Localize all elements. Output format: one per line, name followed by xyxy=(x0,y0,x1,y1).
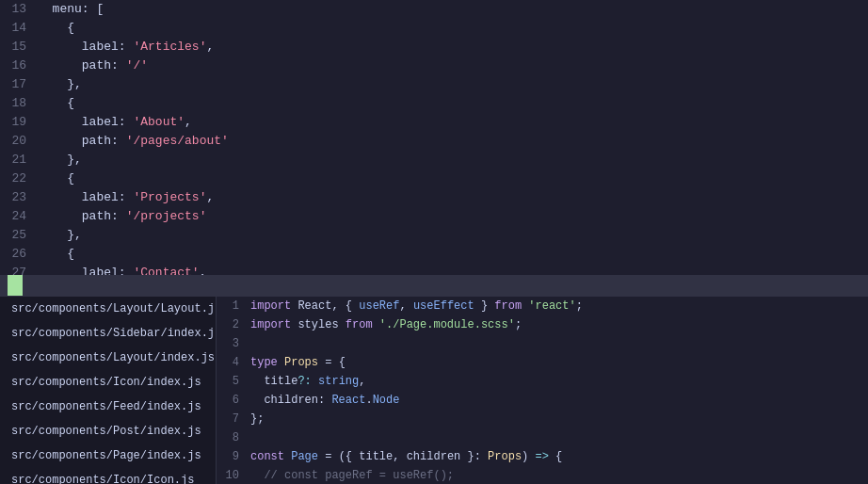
preview-line-number: 4 xyxy=(224,353,250,372)
line-number: 21 xyxy=(8,151,38,169)
preview-content: const Page = ({ title, children }: Props… xyxy=(250,447,562,466)
code-line: 25 }, xyxy=(0,226,868,245)
line-number: 25 xyxy=(8,226,38,245)
preview-line: 1import React, { useRef, useEffect } fro… xyxy=(224,297,860,315)
file-item[interactable]: src/components/Icon/Icon.js xyxy=(0,468,216,484)
preview-line: 8 xyxy=(224,428,860,447)
bottom-panel: src/components/Layout/Layout.jssrc/compo… xyxy=(0,296,868,484)
line-content: path: '/projects' xyxy=(38,207,206,226)
line-content: }, xyxy=(38,226,82,245)
editor-container: 13 menu: [14 {15 label: 'Articles',16 pa… xyxy=(0,0,868,484)
line-content: label: 'Articles', xyxy=(38,38,214,56)
line-content: { xyxy=(38,245,74,264)
code-line: 24 path: '/projects' xyxy=(0,207,868,226)
preview-content: title?: string, xyxy=(250,372,365,391)
code-line: 21 }, xyxy=(0,151,868,169)
code-line: 19 label: 'About', xyxy=(0,113,868,132)
code-line: 20 path: '/pages/about' xyxy=(0,132,868,151)
file-item[interactable]: src/components/Icon/index.js xyxy=(0,370,216,395)
code-line: 13 menu: [ xyxy=(0,0,868,19)
line-number: 27 xyxy=(8,264,38,275)
file-item[interactable]: src/components/Sidebar/index.js xyxy=(0,321,216,346)
preview-line: 9const Page = ({ title, children }: Prop… xyxy=(224,447,860,466)
file-list[interactable]: src/components/Layout/Layout.jssrc/compo… xyxy=(0,297,217,484)
file-item[interactable]: src/components/Layout/index.js xyxy=(0,346,216,370)
line-number: 22 xyxy=(8,169,38,188)
code-line: 27 label: 'Contact', xyxy=(0,264,868,275)
code-line: 26 { xyxy=(0,245,868,264)
preview-line: 10 // const pageRef = useRef(); xyxy=(224,466,860,484)
line-number: 24 xyxy=(8,207,38,226)
preview-line-number: 10 xyxy=(224,466,250,484)
preview-line: 7}; xyxy=(224,410,860,428)
code-line: 15 label: 'Articles', xyxy=(0,38,868,56)
file-item[interactable]: src/components/Page/index.js xyxy=(0,444,216,468)
preview-content: // const pageRef = useRef(); xyxy=(250,466,454,484)
code-line: 18 { xyxy=(0,94,868,113)
line-content: { xyxy=(38,94,74,113)
line-number: 19 xyxy=(8,113,38,132)
preview-content: import styles from './Page.module.scss'; xyxy=(250,315,522,334)
line-number: 15 xyxy=(8,38,38,56)
code-line: 17 }, xyxy=(0,75,868,94)
line-content: label: 'About', xyxy=(38,113,192,132)
line-number: 14 xyxy=(8,19,38,38)
preview-content: children: React.Node xyxy=(250,391,399,410)
line-number: 26 xyxy=(8,245,38,264)
preview-line-number: 6 xyxy=(224,391,250,410)
main-code-area: 13 menu: [14 {15 label: 'Articles',16 pa… xyxy=(0,0,868,275)
file-item[interactable]: src/components/Post/index.js xyxy=(0,419,216,444)
preview-line-number: 7 xyxy=(224,410,250,428)
line-number: 13 xyxy=(8,0,38,19)
preview-line-number: 3 xyxy=(224,334,250,353)
line-content: }, xyxy=(38,75,82,94)
preview-line: 6 children: React.Node xyxy=(224,391,860,410)
line-content: { xyxy=(38,169,74,188)
code-line: 16 path: '/' xyxy=(0,56,868,75)
line-content: path: '/' xyxy=(38,56,148,75)
preview-content: type Props = { xyxy=(250,353,346,372)
preview-line-number: 2 xyxy=(224,315,250,334)
line-number: 23 xyxy=(8,188,38,207)
line-content: }, xyxy=(38,151,82,169)
file-item[interactable]: src/components/Layout/Layout.js xyxy=(0,297,216,321)
preview-content xyxy=(250,334,257,353)
code-line: 22 { xyxy=(0,169,868,188)
line-content: menu: [ xyxy=(38,0,104,19)
code-line: 23 label: 'Projects', xyxy=(0,188,868,207)
preview-line-number: 1 xyxy=(224,297,250,315)
line-content: path: '/pages/about' xyxy=(38,132,229,151)
line-content: { xyxy=(38,19,74,38)
code-line: 14 { xyxy=(0,19,868,38)
preview-content: import React, { useRef, useEffect } from… xyxy=(250,297,583,315)
line-number: 16 xyxy=(8,56,38,75)
preview-line: 3 xyxy=(224,334,860,353)
vim-mode xyxy=(8,275,23,296)
preview-line-number: 9 xyxy=(224,447,250,466)
preview-line-number: 8 xyxy=(224,428,250,447)
preview-line-number: 5 xyxy=(224,372,250,391)
line-content: label: 'Projects', xyxy=(38,188,214,207)
preview-content: }; xyxy=(250,410,264,428)
preview-line: 5 title?: string, xyxy=(224,372,860,391)
preview-line: 2import styles from './Page.module.scss'… xyxy=(224,315,860,334)
code-preview: 1import React, { useRef, useEffect } fro… xyxy=(217,297,868,484)
preview-line: 4type Props = { xyxy=(224,353,860,372)
line-content: label: 'Contact', xyxy=(38,264,206,275)
line-number: 20 xyxy=(8,132,38,151)
status-bar xyxy=(0,275,868,296)
line-number: 17 xyxy=(8,75,38,94)
preview-content xyxy=(250,428,257,447)
line-number: 18 xyxy=(8,94,38,113)
file-item[interactable]: src/components/Feed/index.js xyxy=(0,395,216,419)
code-editor[interactable]: 13 menu: [14 {15 label: 'Articles',16 pa… xyxy=(0,0,868,275)
